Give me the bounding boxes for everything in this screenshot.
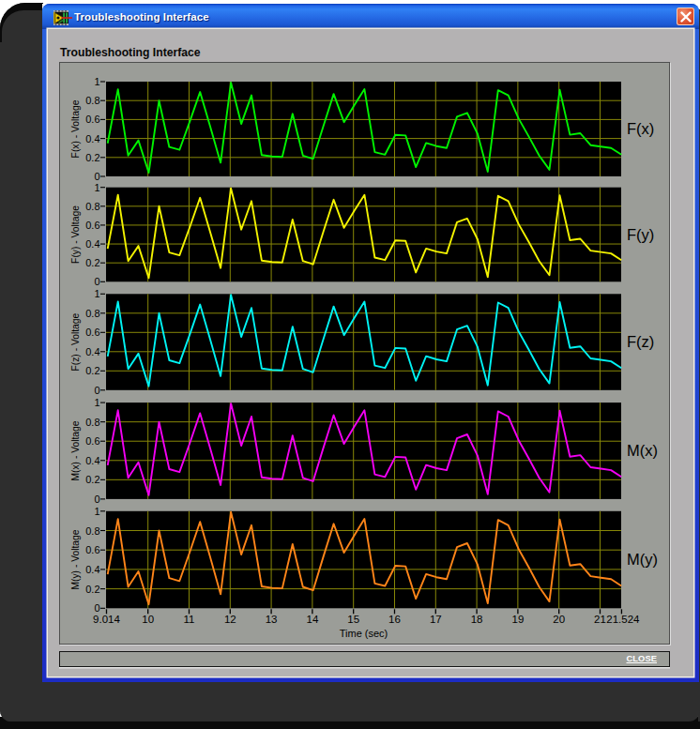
svg-text:0.4: 0.4 xyxy=(85,564,99,575)
svg-text:0.4: 0.4 xyxy=(85,238,99,250)
svg-text:M(x) - Voltage: M(x) - Voltage xyxy=(70,420,81,480)
svg-text:M(y): M(y) xyxy=(627,551,658,568)
svg-text:13: 13 xyxy=(266,614,278,625)
svg-text:F(z) - Voltage: F(z) - Voltage xyxy=(70,312,81,371)
svg-text:0.8: 0.8 xyxy=(85,525,99,537)
svg-text:1: 1 xyxy=(94,182,99,193)
svg-text:12: 12 xyxy=(224,614,236,625)
svg-text:1: 1 xyxy=(94,288,99,299)
svg-text:0.2: 0.2 xyxy=(85,152,99,163)
svg-text:0.6: 0.6 xyxy=(85,544,99,555)
svg-text:1: 1 xyxy=(94,76,99,87)
svg-text:9.014: 9.014 xyxy=(93,614,120,625)
svg-text:F(x) - Voltage: F(x) - Voltage xyxy=(70,99,81,158)
svg-text:F(x): F(x) xyxy=(627,120,654,137)
svg-text:0.6: 0.6 xyxy=(85,114,99,125)
svg-text:20: 20 xyxy=(553,614,565,625)
svg-text:0: 0 xyxy=(94,602,99,614)
svg-text:21: 21 xyxy=(594,614,606,625)
svg-text:21.524: 21.524 xyxy=(606,614,640,625)
svg-text:0: 0 xyxy=(94,171,99,182)
svg-text:F(y): F(y) xyxy=(627,226,654,243)
svg-text:F(z): F(z) xyxy=(627,333,654,350)
svg-text:0.2: 0.2 xyxy=(85,257,99,268)
svg-text:18: 18 xyxy=(471,614,483,625)
svg-text:0: 0 xyxy=(94,494,99,505)
svg-text:17: 17 xyxy=(430,614,442,625)
svg-text:0.4: 0.4 xyxy=(85,346,99,357)
svg-text:0.6: 0.6 xyxy=(85,327,99,338)
svg-text:0.2: 0.2 xyxy=(85,584,99,595)
svg-text:0.6: 0.6 xyxy=(85,435,99,447)
svg-text:14: 14 xyxy=(307,614,319,625)
svg-text:Time (sec): Time (sec) xyxy=(340,628,388,639)
svg-text:19: 19 xyxy=(512,614,525,625)
svg-text:0.6: 0.6 xyxy=(85,220,99,231)
svg-text:16: 16 xyxy=(388,614,401,625)
svg-text:0: 0 xyxy=(94,276,99,287)
svg-text:0.8: 0.8 xyxy=(85,201,99,212)
svg-text:1: 1 xyxy=(94,397,99,408)
svg-text:15: 15 xyxy=(347,614,359,625)
svg-text:0.8: 0.8 xyxy=(85,95,99,106)
svg-text:0.2: 0.2 xyxy=(85,365,99,376)
svg-text:M(x): M(x) xyxy=(627,442,658,459)
svg-text:0: 0 xyxy=(94,385,99,396)
svg-text:10: 10 xyxy=(142,614,154,625)
svg-text:0.8: 0.8 xyxy=(85,417,99,428)
svg-text:0.2: 0.2 xyxy=(85,474,99,485)
svg-text:11: 11 xyxy=(184,614,195,625)
svg-text:F(y) - Voltage: F(y) - Voltage xyxy=(70,205,81,264)
svg-text:M(y) - Voltage: M(y) - Voltage xyxy=(70,529,81,589)
svg-text:0.8: 0.8 xyxy=(85,308,99,319)
svg-text:0.4: 0.4 xyxy=(85,133,99,144)
svg-text:1: 1 xyxy=(94,506,99,517)
svg-text:0.4: 0.4 xyxy=(85,455,99,466)
